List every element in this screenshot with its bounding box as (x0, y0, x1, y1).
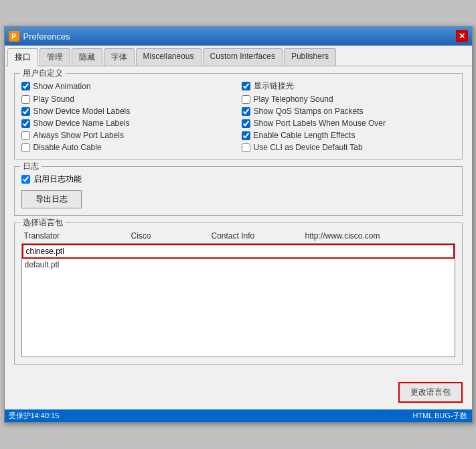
use-cli-checkbox[interactable] (242, 143, 250, 152)
title-bar-left: P Preferences (9, 31, 70, 42)
show-port-labels-checkbox[interactable] (242, 119, 250, 128)
log-enable-row: 启用日志功能 (21, 174, 455, 185)
status-bar: 受保护14:40:15 HTML BUG-子数 (5, 409, 472, 422)
lang-section: Translator Cisco Contact Info http://www… (21, 230, 455, 357)
always-show-port-label: Always Show Port Labels (33, 131, 124, 140)
status-left: 受保护14:40:15 (9, 411, 60, 421)
show-device-model-checkbox[interactable] (21, 107, 30, 116)
enable-log-checkbox[interactable] (21, 175, 30, 184)
options-grid: Show Animation 显示链接光 Play Sound Play Tel… (21, 80, 455, 152)
show-animation-checkbox[interactable] (21, 82, 30, 90)
lang-list[interactable]: chinese.ptl default.ptl (21, 243, 455, 357)
lang-group-label: 选择语言包 (20, 217, 66, 229)
option-always-show-port: Always Show Port Labels (21, 131, 235, 140)
tab-hidden[interactable]: 隐藏 (72, 48, 102, 66)
show-device-name-checkbox[interactable] (21, 119, 30, 128)
show-port-labels-label: Show Port Labels When Mouse Over (254, 119, 386, 128)
show-device-name-label: Show Device Name Labels (33, 119, 130, 128)
option-enable-cable-length: Enable Cable Length Effects (242, 131, 455, 140)
app-icon: P (9, 31, 19, 42)
window-title: Preferences (23, 31, 70, 42)
col-contact: Contact Info (212, 231, 305, 241)
export-log-button[interactable]: 导出日志 (21, 190, 82, 208)
enable-log-label: 启用日志功能 (33, 174, 82, 185)
play-sound-label: Play Sound (33, 94, 74, 104)
col-cisco: Cisco (131, 231, 212, 241)
disable-auto-cable-label: Disable Auto Cable (33, 143, 102, 152)
option-disable-auto-cable: Disable Auto Cable (21, 143, 235, 152)
option-show-qos: Show QoS Stamps on Packets (242, 107, 455, 116)
change-lang-button[interactable]: 更改语言包 (398, 382, 463, 403)
tab-manage[interactable]: 管理 (39, 48, 70, 66)
disable-auto-cable-checkbox[interactable] (21, 143, 30, 152)
status-right: HTML BUG-子数 (412, 411, 467, 421)
log-label: 日志 (20, 161, 42, 172)
show-qos-label: Show QoS Stamps on Packets (254, 107, 364, 116)
tab-misc[interactable]: Miscellaneous (136, 48, 202, 66)
show-qos-checkbox[interactable] (242, 107, 250, 116)
show-link-checkbox[interactable] (242, 82, 250, 90)
always-show-port-checkbox[interactable] (21, 131, 30, 140)
tab-font[interactable]: 字体 (104, 48, 135, 66)
option-show-port-labels: Show Port Labels When Mouse Over (242, 119, 455, 128)
log-section: 启用日志功能 导出日志 (21, 174, 455, 208)
use-cli-label: Use CLI as Device Default Tab (254, 143, 363, 152)
option-show-link: 显示链接光 (242, 80, 455, 92)
enable-cable-length-checkbox[interactable] (242, 131, 250, 140)
title-bar: P Preferences ✕ (5, 27, 472, 46)
option-show-animation: Show Animation (21, 80, 235, 92)
play-telephony-checkbox[interactable] (242, 95, 250, 104)
bottom-bar: 更改语言包 (5, 378, 472, 409)
option-use-cli: Use CLI as Device Default Tab (242, 143, 455, 152)
show-device-model-label: Show Device Model Labels (33, 107, 131, 116)
log-group: 日志 启用日志功能 导出日志 (14, 166, 463, 216)
play-sound-checkbox[interactable] (21, 95, 30, 104)
option-play-sound: Play Sound (21, 94, 235, 104)
tab-content: 用户自定义 Show Animation 显示链接光 Play Sound (5, 66, 472, 378)
user-defined-label: 用户自定义 (20, 68, 66, 79)
tab-custom[interactable]: Custom Interfaces (203, 48, 283, 66)
col-translator: Translator (24, 231, 131, 241)
play-telephony-label: Play Telephony Sound (254, 94, 333, 104)
preferences-window: P Preferences ✕ 接口 管理 隐藏 字体 Miscellaneou… (4, 26, 473, 423)
lang-item-default[interactable]: default.ptl (22, 259, 455, 271)
option-show-device-name: Show Device Name Labels (21, 119, 235, 128)
lang-table-header: Translator Cisco Contact Info http://www… (21, 230, 455, 242)
tab-publishers[interactable]: Publishers (284, 48, 336, 66)
tab-bar: 接口 管理 隐藏 字体 Miscellaneous Custom Interfa… (5, 46, 472, 66)
lang-item-chinese[interactable]: chinese.ptl (22, 244, 455, 259)
option-show-device-model: Show Device Model Labels (21, 107, 235, 116)
show-animation-label: Show Animation (33, 82, 91, 91)
lang-group: 选择语言包 Translator Cisco Contact Info http… (14, 222, 463, 365)
col-url: http://www.cisco.com (305, 231, 453, 241)
tab-interface[interactable]: 接口 (7, 48, 38, 66)
option-play-telephony: Play Telephony Sound (242, 94, 455, 104)
show-link-label: 显示链接光 (254, 80, 294, 92)
user-defined-group: 用户自定义 Show Animation 显示链接光 Play Sound (14, 73, 463, 159)
enable-cable-length-label: Enable Cable Length Effects (254, 131, 355, 140)
close-button[interactable]: ✕ (456, 30, 468, 42)
